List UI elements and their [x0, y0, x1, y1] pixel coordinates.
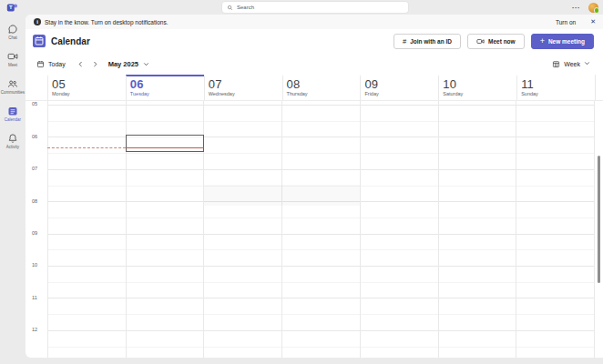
vertical-scrollbar[interactable]: [598, 156, 600, 283]
day-column-friday[interactable]: [360, 101, 438, 358]
search-box[interactable]: [222, 2, 408, 13]
video-camera-icon: [476, 37, 485, 46]
current-time-line: [126, 147, 204, 148]
notification-banner: i Stay in the know. Turn on desktop noti…: [26, 15, 603, 29]
week-view-icon: [552, 60, 560, 68]
page-title: Calendar: [51, 36, 90, 46]
teams-logo-icon: T: [6, 2, 18, 14]
period-label[interactable]: May 2025: [108, 60, 138, 68]
chevron-left-icon[interactable]: [77, 61, 84, 67]
chat-icon: [7, 24, 18, 35]
people-icon: [7, 78, 18, 89]
time-label: 08: [32, 198, 37, 204]
day-column-saturday[interactable]: [438, 101, 516, 358]
close-icon[interactable]: ✕: [590, 18, 596, 25]
sidebar-item-calendar[interactable]: Calendar: [0, 100, 26, 127]
day-header-thursday[interactable]: 08 Thursday: [282, 75, 361, 100]
app-rail: Chat Meet Communities Calendar: [0, 15, 26, 364]
day-column-sunday[interactable]: [516, 101, 594, 358]
time-label: 09: [32, 230, 37, 236]
sidebar-item-meet[interactable]: Meet: [0, 46, 26, 73]
today-button[interactable]: Today: [36, 60, 66, 68]
sidebar-item-label: Meet: [8, 63, 17, 67]
sidebar-item-label: Calendar: [5, 117, 21, 122]
search-icon: [227, 5, 233, 11]
calendar-outline-icon: [36, 60, 45, 68]
day-column-thursday[interactable]: [281, 101, 360, 358]
chevron-right-icon[interactable]: [92, 61, 98, 67]
day-header-monday[interactable]: 05 Monday: [47, 75, 126, 100]
info-icon: i: [34, 18, 41, 25]
calendar-toolbar: Today May 2025 We: [26, 53, 603, 75]
sidebar-item-activity[interactable]: Activity: [0, 127, 26, 155]
meet-now-button[interactable]: Meet now: [467, 34, 525, 49]
day-header-sunday[interactable]: 11 Sunday: [516, 75, 595, 100]
day-header-friday[interactable]: 09 Friday: [360, 75, 438, 100]
day-header-tuesday-selected[interactable]: 06 Tuesday: [126, 75, 204, 100]
day-header-wednesday[interactable]: 07 Wednesday: [204, 75, 282, 100]
time-label: 11: [32, 295, 37, 300]
calendar-panel: i Stay in the know. Turn on desktop noti…: [26, 15, 603, 358]
week-grid: 05 06 07 08 09 10 11 12: [26, 100, 603, 358]
current-time-line-dashed: [47, 147, 126, 148]
plus-icon: +: [540, 37, 545, 46]
more-options-icon[interactable]: ···: [572, 0, 580, 15]
search-input[interactable]: [237, 5, 404, 10]
banner-message: Stay in the know. Turn on desktop notifi…: [45, 19, 169, 25]
sidebar-item-chat[interactable]: Chat: [0, 18, 26, 46]
time-label: 07: [32, 166, 37, 171]
calendar-header: Calendar # Join with an ID Meet now + Ne…: [26, 29, 603, 53]
shaded-region: [204, 185, 360, 206]
video-camera-icon: [7, 51, 18, 62]
title-bar: T ···: [0, 0, 603, 15]
calendar-icon: [7, 106, 18, 116]
day-header-row: 05 Monday 06 Tuesday 07 Wednesday 08 Thu…: [26, 75, 603, 100]
sidebar-item-label: Activity: [6, 145, 19, 149]
selected-time-slot[interactable]: [126, 135, 204, 152]
calendar-app-icon: [33, 35, 46, 47]
chevron-down-icon[interactable]: [143, 61, 149, 67]
view-switcher[interactable]: Week: [552, 60, 590, 68]
time-label: 12: [32, 327, 37, 332]
svg-text:T: T: [9, 4, 13, 10]
time-label: 05: [32, 101, 37, 106]
avatar[interactable]: [588, 3, 598, 13]
new-meeting-button[interactable]: + New meeting: [531, 34, 594, 49]
day-column-monday[interactable]: [47, 101, 126, 358]
day-column-wednesday[interactable]: [203, 101, 281, 358]
sidebar-item-label: Chat: [8, 35, 17, 40]
join-with-id-button[interactable]: # Join with an ID: [393, 34, 461, 49]
hash-icon: #: [403, 37, 406, 46]
time-gutter-header: [26, 75, 47, 100]
day-header-saturday[interactable]: 10 Saturday: [438, 75, 516, 100]
sidebar-item-label: Communities: [1, 90, 25, 95]
sidebar-item-communities[interactable]: Communities: [0, 73, 26, 100]
turn-on-button[interactable]: Turn on: [556, 19, 576, 25]
time-label: 06: [32, 134, 37, 139]
chevron-down-icon: [584, 60, 590, 66]
bell-icon: [7, 133, 18, 144]
teams-window: T ··· Chat Meet: [0, 0, 603, 364]
time-label: 10: [32, 262, 37, 268]
